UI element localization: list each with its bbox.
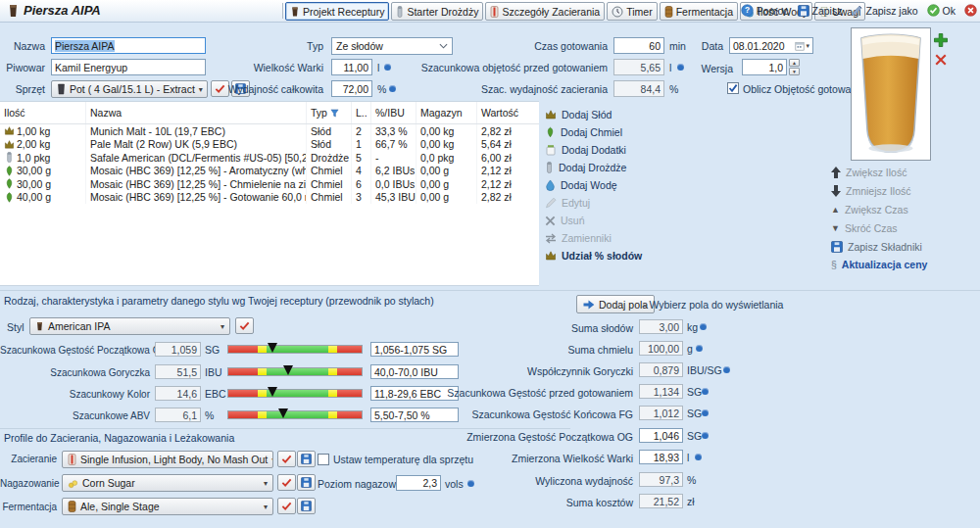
carbonation-save-button[interactable] [297, 474, 316, 491]
ustaw-temperature-checkbox[interactable] [318, 454, 329, 465]
mash-edit-button[interactable] [277, 451, 296, 467]
tab-label: Fermentacja [676, 6, 733, 18]
table-row[interactable]: 2,00 kg Pale Malt (2 Row) UK (5,9 EBC) S… [0, 138, 539, 152]
efficiency-input[interactable]: 72,00 [331, 80, 372, 97]
decrease-time-button[interactable]: ▼ Skróć Czas [831, 222, 898, 234]
table-row[interactable]: 30,00 g Mosaic (HBC 369) [12,25 %] - Aro… [0, 165, 539, 178]
batch-size-input[interactable]: 11,00 [331, 59, 372, 75]
add-hops-button[interactable]: Dodaj Chmiel [545, 126, 622, 138]
col-lp[interactable]: L.. [352, 102, 371, 123]
table-row[interactable]: 30,00 g Mosaic (HBC 369) [12,25 %] - Chm… [0, 177, 539, 191]
floppy-icon [831, 241, 843, 253]
col-typ[interactable]: Typ [307, 102, 352, 123]
tab-fermentacja[interactable]: Fermentacja [660, 2, 738, 21]
malt-icon [4, 125, 15, 136]
recipe-name-input[interactable]: Piersza AIPA [51, 37, 206, 54]
style-dropdown[interactable]: American IPA ▾ [29, 317, 230, 335]
boil-time-unit: min [669, 38, 686, 54]
suma-chmielu-unit: g [687, 341, 693, 357]
tab-starter-drozdzy[interactable]: Starter Drożdży [391, 2, 483, 21]
nagazowanie-label: Nagazowanie [0, 476, 57, 492]
help-button[interactable]: ? Pomoc [741, 4, 789, 17]
col-magazyn[interactable]: Magazyn [416, 102, 477, 123]
remove-image-button[interactable] [933, 52, 949, 68]
swap-arrows-icon [545, 233, 557, 244]
delete-ingredient-button[interactable]: Usuń [545, 215, 585, 226]
boil-time-input[interactable]: 60 [613, 37, 664, 54]
fermentation-profile-dropdown[interactable]: Ale, Single Stage ▾ [62, 498, 273, 515]
efficiency-value: 72,00 [343, 83, 368, 95]
add-yeast-button[interactable]: Dodaj Drożdże [545, 162, 626, 173]
oblicz-checkbox[interactable] [727, 82, 739, 94]
water-drop-icon [545, 179, 556, 191]
malt-icon [545, 250, 557, 262]
table-row[interactable]: 40,00 g Mosaic (HBC 369) [12,25 %] - Got… [0, 191, 539, 205]
abv-value-field: 6,1 [155, 408, 201, 422]
save-as-button[interactable]: Zapisz jako [851, 5, 917, 17]
col-ilosc[interactable]: Ilość [0, 102, 86, 123]
carbonation-edit-button[interactable] [277, 474, 296, 491]
table-row[interactable]: 1,00 kg Munich Malt - 10L (19,7 EBC) Słó… [0, 124, 539, 138]
beer-mug-icon [35, 320, 44, 332]
svg-text:?: ? [745, 5, 750, 15]
update-prices-button[interactable]: § Aktualizacja ceny [831, 259, 927, 270]
beer-mug-icon [7, 4, 20, 18]
tab-label: Szczegóły Zacierania [502, 6, 600, 18]
mash-save-button[interactable] [297, 451, 316, 467]
additive-jar-icon [545, 144, 557, 156]
bitterness-gauge-marker [283, 365, 293, 375]
version-stepper[interactable]: ▲▼ [789, 59, 800, 75]
add-image-button[interactable] [933, 32, 949, 48]
stepper-up-icon[interactable]: ▲ [789, 59, 800, 67]
brewer-input[interactable]: Kamil Energyup [51, 59, 206, 75]
carbonation-profile-dropdown[interactable]: Corn Sugar ▾ [62, 474, 273, 492]
add-malt-button[interactable]: Dodaj Słód [545, 109, 612, 120]
table-row[interactable]: 1,0 pkg Safale American (DCL/Fermentis #… [0, 151, 539, 165]
col-wartosc[interactable]: Wartość [477, 102, 539, 123]
equipment-dropdown[interactable]: Pot ( 4 Gal/15.1 L) - Extract ▾ [51, 80, 208, 98]
hop-icon [4, 166, 15, 176]
zmierzona-wielkosc-input[interactable]: 18,93 [639, 450, 683, 464]
add-misc-button[interactable]: Dodaj Dodatki [545, 144, 626, 156]
style-edit-button[interactable] [235, 317, 254, 334]
filter-icon[interactable] [330, 109, 339, 118]
date-input[interactable]: 08.01.2020 ▾ [729, 37, 813, 54]
col-nazwa[interactable]: Nazwa [86, 102, 307, 123]
add-water-button[interactable]: Dodaj Wodę [545, 179, 617, 191]
tab-szczegoly-zacierania[interactable]: Szczegóły Zacierania [485, 2, 605, 21]
substitutes-button[interactable]: Zamienniki [545, 232, 612, 244]
beer-image [851, 27, 931, 161]
edit-ingredient-button[interactable]: Edytuj [545, 197, 590, 209]
suma-chmielu-field: 100,00 [639, 341, 683, 356]
tab-timer[interactable]: Timer [607, 2, 657, 21]
save-button[interactable]: Zapisz [798, 5, 843, 17]
info-dot [702, 409, 709, 416]
version-input[interactable]: 1,0 [742, 59, 787, 75]
grain-percentage-button[interactable]: Udział % słodów [545, 250, 642, 262]
mash-profile-dropdown[interactable]: Single Infusion, Light Body, No Mash Out… [62, 451, 273, 468]
ok-check-icon [927, 4, 940, 17]
pot-icon [57, 83, 66, 95]
suma-slodow-unit: kg [687, 319, 698, 335]
increase-amount-button[interactable]: Zwiększ Ilość [831, 167, 906, 178]
fermentation-profile-value: Ale, Single Stage [80, 501, 160, 512]
help-icon: ? [741, 4, 754, 17]
cancel-button[interactable] [964, 4, 977, 17]
stepper-down-icon[interactable]: ▼ [789, 68, 800, 75]
col-ibu[interactable]: %/IBU [371, 102, 416, 123]
checkbox-check-icon [728, 83, 738, 93]
beer-mug-icon [290, 6, 300, 18]
decrease-amount-button[interactable]: Zmniejsz Ilość [831, 185, 911, 197]
increase-time-button[interactable]: ▲ Zwiększ Czas [831, 204, 908, 216]
preboil-volume-value: 5,65 [641, 62, 661, 73]
ok-button[interactable]: Ok [927, 4, 956, 17]
malt-icon [545, 109, 557, 120]
section-divider [0, 290, 980, 291]
zmierzona-og-input[interactable]: 1,046 [639, 428, 683, 443]
tab-projekt-receptury[interactable]: Projekt Receptury [285, 2, 389, 21]
carbonation-profile-value: Corn Sugar [82, 477, 135, 489]
fermentation-edit-button[interactable] [277, 498, 296, 514]
info-dot [696, 345, 703, 352]
save-ingredients-button[interactable]: Zapisz Składniki [831, 241, 922, 253]
fermentation-save-button[interactable] [297, 498, 316, 514]
